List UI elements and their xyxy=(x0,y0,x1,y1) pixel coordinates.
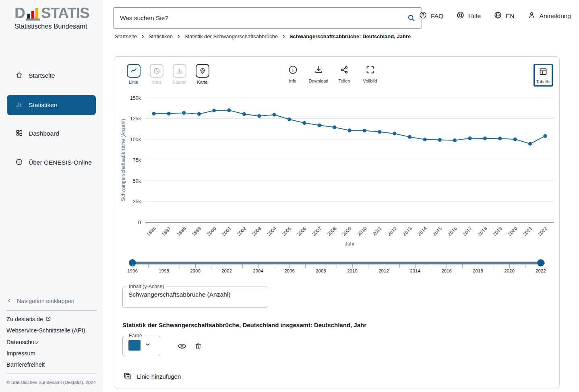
breadcrumb-statistik-der-schwangerschaftsabbrueche[interactable]: Statistik der Schwangerschaftsabbrüche xyxy=(184,33,278,39)
svg-text:2006: 2006 xyxy=(296,225,308,237)
add-line-label: Linie hinzufügen xyxy=(137,373,181,380)
dashboard-grid-icon xyxy=(15,129,23,138)
share-button[interactable]: Teilen xyxy=(332,65,357,83)
svg-text:2021: 2021 xyxy=(522,225,534,237)
sidebar-link-barrierefreiheit[interactable]: Barrierefreiheit xyxy=(6,359,45,370)
slider-track[interactable] xyxy=(129,262,545,264)
svg-text:2002: 2002 xyxy=(236,225,248,237)
slider-tick-label: 2016 xyxy=(438,268,455,273)
search-icon[interactable] xyxy=(407,14,416,24)
svg-text:2005: 2005 xyxy=(281,225,293,237)
chevron-left-icon xyxy=(6,298,12,305)
delete-series-button[interactable] xyxy=(191,340,205,354)
add-line-button[interactable]: Linie hinzufügen xyxy=(122,369,181,384)
search-input[interactable] xyxy=(113,7,422,29)
breadcrumb-startseite[interactable]: Startseite xyxy=(115,33,137,39)
slider-tick xyxy=(290,264,290,268)
slider-tick xyxy=(352,264,353,268)
y-axis-content-value: Schwangerschaftsabbrüche (Anzahl) xyxy=(123,289,268,298)
sidebar-item-statistiken[interactable]: Statistiken xyxy=(7,95,96,115)
chart-type-kreis-button[interactable]: Kreis xyxy=(145,64,168,85)
sidebar-link-zu-destatis[interactable]: Zu destatis.de xyxy=(6,314,51,325)
toggle-visibility-button[interactable] xyxy=(175,340,189,354)
line-chart-canvas[interactable]: 025k50k75k100k125k150kSchwangerschaftsab… xyxy=(121,92,556,250)
sidebar-item-ueber-genesis-online[interactable]: Über GENESIS-Online xyxy=(0,155,103,170)
anmeldung-link[interactable]: Anmeldung xyxy=(527,11,571,21)
svg-text:2004: 2004 xyxy=(266,225,277,237)
slider-tick-label: 2002 xyxy=(218,268,236,273)
slider-tick xyxy=(462,264,463,268)
slider-tick xyxy=(180,264,180,268)
slider-tick xyxy=(274,264,274,268)
chart-actions: Info Download Teilen Vollbild xyxy=(280,65,383,83)
breadcrumb-statistiken[interactable]: Statistiken xyxy=(149,33,173,39)
slider-tick xyxy=(258,264,258,268)
hilfe-label: Hilfe xyxy=(468,12,481,20)
svg-text:50k: 50k xyxy=(133,178,141,184)
fullscreen-icon xyxy=(365,65,375,76)
chevron-right-icon xyxy=(281,34,286,39)
info-button[interactable]: Info xyxy=(280,65,305,83)
svg-text:125k: 125k xyxy=(130,116,141,122)
sidebar-link-datenschutz[interactable]: Datenschutz xyxy=(6,336,39,348)
action-label: Vollbild xyxy=(363,78,377,83)
slider-tick xyxy=(227,264,227,268)
action-label: Download xyxy=(309,78,329,83)
slider-tick xyxy=(447,264,447,268)
chart-type-karte-button[interactable]: Karte xyxy=(191,64,214,85)
sidebar-divider xyxy=(6,373,97,374)
search-bar xyxy=(113,7,422,29)
slider-tick-label: 2012 xyxy=(375,268,393,273)
slider-tick xyxy=(431,264,431,268)
chart-type-label: Säulen xyxy=(172,80,186,85)
svg-text:0: 0 xyxy=(138,220,141,225)
sidebar-link-webservice-api[interactable]: Webservice-Schnittstelle (API) xyxy=(6,325,85,336)
slider-tick xyxy=(525,264,525,268)
fullscreen-button[interactable]: Vollbild xyxy=(358,65,383,83)
svg-text:2000: 2000 xyxy=(206,225,217,237)
slider-tick xyxy=(211,264,211,268)
svg-text:2022: 2022 xyxy=(537,225,548,237)
table-icon xyxy=(538,67,548,78)
share-icon xyxy=(339,65,349,76)
chart-type-saeulen-button[interactable]: Säulen xyxy=(168,64,191,85)
chart-type-linie-button[interactable]: Linie xyxy=(122,64,145,85)
language-link[interactable]: EN xyxy=(494,11,515,21)
slider-tick-label: 2006 xyxy=(281,268,298,273)
duplicate-plus-icon xyxy=(122,371,132,382)
svg-text:2020: 2020 xyxy=(507,225,519,237)
faq-label: FAQ xyxy=(431,12,443,20)
collapse-navigation-button[interactable]: Navigation einklappen xyxy=(6,295,74,307)
destatis-logo[interactable]: D STATIS Statistisches Bundesamt xyxy=(14,6,89,30)
series-color-select[interactable]: Farbe xyxy=(122,333,160,356)
copyright-text: © Statistisches Bundesamt (Destatis), 20… xyxy=(6,380,96,385)
slider-tick-label: 2000 xyxy=(186,268,204,273)
home-icon xyxy=(15,71,23,80)
slider-tick-label: 1998 xyxy=(155,268,173,273)
slider-tick xyxy=(337,264,337,268)
svg-text:2009: 2009 xyxy=(341,225,353,237)
svg-text:2014: 2014 xyxy=(416,225,428,237)
slider-tick xyxy=(195,264,196,268)
y-axis-content-field[interactable]: Inhalt (y-Achse) Schwangerschaftsabbrüch… xyxy=(122,284,268,308)
tabelle-button[interactable]: Tabelle xyxy=(534,64,553,87)
hilfe-link[interactable]: Hilfe xyxy=(456,11,481,21)
sidebar-item-dashboard[interactable]: Dashboard xyxy=(0,126,103,141)
sidebar-item-startseite[interactable]: Startseite xyxy=(0,68,103,83)
chart-type-switcher: Linie Kreis Säulen Karte xyxy=(122,64,214,85)
faq-link[interactable]: FAQ xyxy=(419,11,443,21)
eye-icon xyxy=(177,342,187,353)
svg-text:2011: 2011 xyxy=(372,225,383,237)
svg-text:2019: 2019 xyxy=(492,225,503,237)
slider-tick xyxy=(305,264,306,268)
sidebar-item-label: Dashboard xyxy=(29,130,59,137)
sidebar-item-label: Startseite xyxy=(29,72,55,79)
slider-tick xyxy=(242,264,243,268)
slider-tick xyxy=(415,264,416,268)
sidebar-link-impressum[interactable]: Impressum xyxy=(6,348,35,359)
download-icon xyxy=(314,65,324,76)
lifebuoy-icon xyxy=(456,11,465,21)
download-button[interactable]: Download xyxy=(306,65,331,83)
question-circle-icon xyxy=(419,11,427,21)
slider-tick-label: 1996 xyxy=(124,268,141,273)
